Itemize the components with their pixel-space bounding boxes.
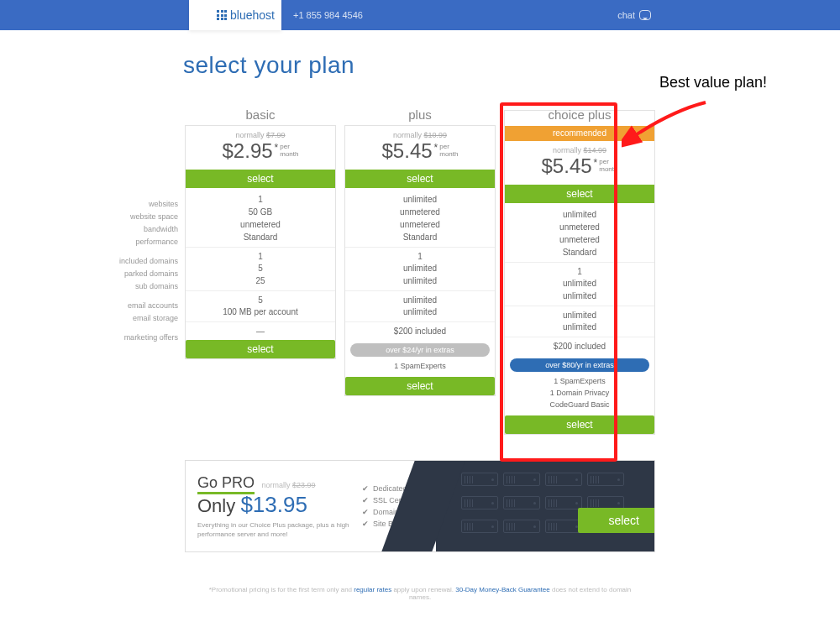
choice-sub-domains: unlimited xyxy=(505,290,654,302)
choice-parked-domains: unlimited xyxy=(505,277,654,290)
callout-text: Best value plan! xyxy=(659,74,767,91)
label-website-space: website space xyxy=(84,211,178,223)
label-bandwidth: bandwidth xyxy=(84,223,178,236)
gopro-price: Only $13.95 xyxy=(197,492,355,518)
choice-websites: unlimited xyxy=(505,208,654,221)
plan-choice: recommended normally $14.99 $5.45 * perm… xyxy=(504,110,655,435)
choice-performance: Standard xyxy=(505,246,654,259)
basic-websites: 1 xyxy=(186,193,335,206)
select-gopro[interactable]: select xyxy=(578,508,655,533)
logo-grid-icon xyxy=(217,10,227,20)
link-guarantee[interactable]: 30-Day Money-Back Guarantee xyxy=(455,586,550,593)
basic-email-accounts: 5 xyxy=(186,290,335,306)
choice-extra-1: 1 SpamExperts xyxy=(505,375,654,387)
arrow-icon xyxy=(622,94,714,153)
price-plus: $5.45 xyxy=(382,139,433,163)
gopro-title-row: Go PRO normally $23.99 xyxy=(197,474,355,492)
plan-plus: normally $10.99 $5.45 * permonth select … xyxy=(344,125,496,396)
plus-bandwidth: unmetered xyxy=(345,218,495,231)
label-included-domains: included domains xyxy=(84,255,178,268)
label-email-storage: email storage xyxy=(84,312,178,325)
link-regular-rates[interactable]: regular rates xyxy=(354,586,391,593)
label-marketing-offers: marketing offers xyxy=(84,332,178,344)
select-plus-top[interactable]: select xyxy=(345,170,495,188)
gopro-old-price: normally $23.99 xyxy=(261,481,315,489)
label-websites: websites xyxy=(84,198,178,211)
plans-row: basic normally $7.99 $2.95 * permonth se… xyxy=(185,102,655,435)
plus-marketing-offers: $200 included xyxy=(345,321,495,337)
choice-email-storage: unlimited xyxy=(505,321,654,333)
select-choice-bottom[interactable]: select xyxy=(505,415,654,434)
old-price-plus: normally $10.99 xyxy=(345,131,495,139)
basic-performance: Standard xyxy=(186,231,335,243)
plus-website-space: unmetered xyxy=(345,206,495,218)
basic-parked-domains: 5 xyxy=(186,262,335,274)
plan-basic-wrap: basic normally $7.99 $2.95 * permonth se… xyxy=(185,102,336,435)
label-parked-domains: parked domains xyxy=(84,268,178,280)
plan-name-plus: plus xyxy=(344,102,496,125)
basic-email-storage: 100 MB per account xyxy=(186,306,335,318)
label-sub-domains: sub domains xyxy=(84,280,178,293)
choice-included-domains: 1 xyxy=(505,262,654,277)
choice-marketing-offers: $200 included xyxy=(505,337,654,352)
support-phone[interactable]: +1 855 984 4546 xyxy=(293,10,363,20)
gopro-description: Everything in our Choice Plus package, p… xyxy=(197,520,355,539)
chat-label: chat xyxy=(617,10,635,20)
promo-footnote: *Promotional pricing is for the first te… xyxy=(185,586,655,601)
choice-email-accounts: unlimited xyxy=(505,306,654,321)
plus-email-storage: unlimited xyxy=(345,306,495,318)
choice-extras-pill: over $80/yr in extras xyxy=(510,358,649,372)
basic-bandwidth: unmetered xyxy=(186,218,335,231)
choice-extra-2: 1 Domain Privacy xyxy=(505,387,654,399)
basic-included-domains: 1 xyxy=(186,247,335,262)
main-container: select your plan websites website space … xyxy=(185,52,655,601)
top-bar: bluehost +1 855 984 4546 chat xyxy=(0,0,840,30)
basic-marketing-offers: — xyxy=(186,321,335,337)
page-title: select your plan xyxy=(183,52,655,79)
choice-bandwidth: unmetered xyxy=(505,233,654,246)
plus-performance: Standard xyxy=(345,231,495,243)
brand-logo[interactable]: bluehost xyxy=(189,0,281,30)
plan-plus-wrap: plus normally $10.99 $5.45 * permonth se… xyxy=(344,102,496,435)
chat-link[interactable]: chat xyxy=(617,10,651,20)
select-basic-top[interactable]: select xyxy=(186,170,335,188)
price-choice: $5.45 xyxy=(542,154,592,178)
select-choice-top[interactable]: select xyxy=(505,185,654,203)
price-box-plus: normally $10.99 $5.45 * permonth xyxy=(345,126,495,170)
plus-sub-domains: unlimited xyxy=(345,274,495,287)
feature-label-column: websites website space bandwidth perform… xyxy=(84,198,185,344)
choice-extra-3: CodeGuard Basic xyxy=(505,399,654,410)
go-pro-panel: Go PRO normally $23.99 Only $13.95 Every… xyxy=(185,460,655,552)
label-performance: performance xyxy=(84,236,178,248)
select-basic-bottom[interactable]: select xyxy=(186,340,335,358)
choice-website-space: unmetered xyxy=(505,221,654,233)
brand-name: bluehost xyxy=(230,8,275,22)
basic-sub-domains: 25 xyxy=(186,274,335,287)
plus-websites: unlimited xyxy=(345,193,495,206)
plus-extras-pill: over $24/yr in extras xyxy=(350,343,490,357)
plan-basic: normally $7.99 $2.95 * permonth select 1… xyxy=(185,125,336,359)
label-email-accounts: email accounts xyxy=(84,300,178,312)
price-box-basic: normally $7.99 $2.95 * permonth xyxy=(186,126,335,170)
basic-website-space: 50 GB xyxy=(186,206,335,218)
price-basic: $2.95 xyxy=(223,139,273,163)
chat-icon xyxy=(639,10,651,20)
plus-email-accounts: unlimited xyxy=(345,290,495,306)
plan-name-basic: basic xyxy=(185,102,336,125)
plus-included-domains: 1 xyxy=(345,247,495,262)
server-illustration xyxy=(436,461,654,551)
plus-extra-1: 1 SpamExperts xyxy=(345,360,495,372)
old-price-basic: normally $7.99 xyxy=(186,131,335,139)
plus-parked-domains: unlimited xyxy=(345,262,495,274)
select-plus-bottom[interactable]: select xyxy=(345,377,495,395)
